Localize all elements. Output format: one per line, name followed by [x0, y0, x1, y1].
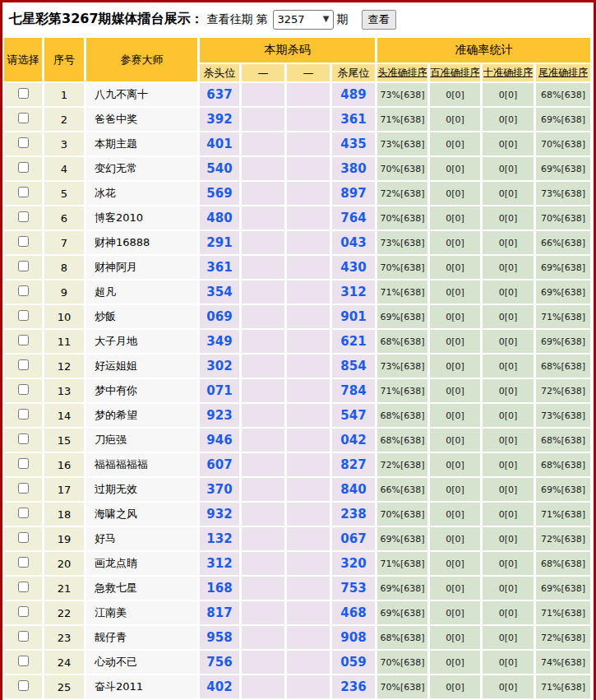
table-row: 24 心动不已 756 059 70%[638] 0[0] 0[0] 74%[6…: [4, 651, 590, 674]
row-checkbox[interactable]: [18, 236, 29, 247]
row-select-cell: [4, 601, 42, 624]
kill-cell: 480: [200, 206, 239, 229]
period-prefix-label: 第: [256, 12, 268, 27]
header-kill-group: 本期杀码: [200, 38, 375, 63]
row-checkbox[interactable]: [18, 582, 29, 592]
accuracy-cell: 0[0]: [483, 330, 534, 353]
table-row: 6 博客2010 480 764 70%[638] 0[0] 0[0] 70%[…: [4, 206, 590, 229]
accuracy-cell: 0[0]: [430, 429, 480, 452]
sort-link-ten-accuracy[interactable]: 十准确排序: [483, 67, 533, 78]
kill-cell: [242, 577, 284, 600]
sort-link-hundred-accuracy[interactable]: 百准确排序: [431, 67, 480, 78]
accuracy-cell: 0[0]: [483, 355, 534, 378]
table-row: 15 刀疤强 946 042 68%[638] 0[0] 0[0] 68%[63…: [4, 429, 590, 452]
row-checkbox[interactable]: [18, 187, 29, 197]
row-master-name: 财神阿月: [86, 256, 197, 279]
kill-cell: [287, 453, 330, 476]
table-row: 2 爸爸中奖 392 361 71%[638] 0[0] 0[0] 69%[63…: [4, 108, 590, 131]
kill-cell: 901: [332, 305, 375, 328]
row-checkbox[interactable]: [18, 458, 29, 469]
kill-cell: 312: [200, 552, 239, 575]
row-seq: 15: [44, 429, 84, 452]
kill-cell: 489: [332, 83, 375, 106]
accuracy-cell: 0[0]: [430, 601, 480, 624]
row-checkbox[interactable]: [18, 359, 29, 370]
page-container: 七星彩第3267期媒体擂台展示： 查看往期 第 3257 ▼ 期 查看 请选择 …: [0, 0, 596, 700]
kill-cell: [242, 108, 284, 131]
row-checkbox[interactable]: [18, 631, 29, 642]
row-master-name: 本期主题: [86, 132, 197, 155]
kill-cell: 312: [332, 280, 375, 304]
kill-cell: [242, 330, 284, 353]
row-checkbox[interactable]: [18, 261, 29, 271]
row-master-name: 画龙点睛: [86, 552, 197, 575]
kill-cell: [287, 231, 330, 254]
kill-cell: 958: [200, 626, 239, 649]
kill-cell: 370: [200, 478, 239, 501]
table-row: 13 梦中有你 071 784 71%[638] 0[0] 0[0] 72%[6…: [4, 379, 590, 402]
row-checkbox[interactable]: [18, 285, 29, 296]
accuracy-cell: 70%[638]: [377, 157, 427, 180]
period-select[interactable]: 3257: [273, 10, 334, 30]
kill-cell: 817: [200, 601, 239, 624]
accuracy-cell: 71%[638]: [536, 305, 590, 328]
row-checkbox[interactable]: [18, 656, 29, 666]
row-seq: 21: [44, 577, 84, 600]
kill-cell: 067: [332, 527, 375, 550]
row-checkbox[interactable]: [18, 113, 29, 123]
row-select-cell: [4, 527, 42, 550]
row-checkbox[interactable]: [18, 88, 29, 99]
row-checkbox[interactable]: [18, 680, 29, 691]
row-master-name: 冰花: [86, 182, 197, 205]
row-checkbox[interactable]: [18, 483, 29, 494]
row-checkbox[interactable]: [18, 433, 29, 444]
kill-cell: 637: [200, 83, 239, 106]
row-master-name: 福福福福福: [86, 453, 197, 476]
table-row: 23 靓仔青 958 908 68%[638] 0[0] 0[0] 72%[63…: [4, 626, 590, 649]
accuracy-cell: 72%[638]: [536, 527, 590, 550]
accuracy-cell: 0[0]: [430, 83, 480, 106]
accuracy-cell: 0[0]: [430, 503, 480, 526]
row-seq: 16: [44, 453, 84, 476]
table-row: 7 财神16888 291 043 73%[638] 0[0] 0[0] 66%…: [4, 231, 590, 254]
row-seq: 11: [44, 330, 84, 353]
kill-cell: 132: [200, 527, 239, 550]
row-checkbox[interactable]: [18, 606, 29, 617]
accuracy-cell: 0[0]: [430, 355, 480, 378]
kill-cell: 897: [332, 182, 375, 205]
row-checkbox[interactable]: [18, 310, 29, 321]
accuracy-cell: 72%[638]: [377, 453, 427, 476]
accuracy-cell: 69%[638]: [377, 305, 427, 328]
accuracy-cell: 0[0]: [483, 478, 534, 501]
table-row: 3 本期主题 401 435 73%[638] 0[0] 0[0] 70%[63…: [4, 132, 590, 155]
row-master-name: 财神16888: [86, 231, 197, 254]
kill-cell: 069: [200, 305, 239, 328]
kill-cell: [287, 330, 330, 353]
view-button[interactable]: 查看: [362, 10, 396, 30]
kill-cell: 607: [200, 453, 239, 476]
row-checkbox[interactable]: [18, 557, 29, 568]
accuracy-cell: 69%[638]: [536, 478, 590, 501]
row-checkbox[interactable]: [18, 137, 29, 148]
table-row: 21 急救七星 168 753 69%[638] 0[0] 0[0] 69%[6…: [4, 577, 590, 600]
accuracy-cell: 73%[638]: [377, 132, 427, 155]
row-checkbox[interactable]: [18, 532, 29, 543]
row-checkbox[interactable]: [18, 162, 29, 173]
kill-cell: [242, 379, 284, 402]
row-checkbox[interactable]: [18, 409, 29, 420]
accuracy-cell: 69%[638]: [536, 108, 590, 131]
row-master-name: 刀疤强: [86, 429, 197, 452]
row-checkbox[interactable]: [18, 508, 29, 518]
sort-link-tail-accuracy[interactable]: 尾准确排序: [538, 67, 588, 78]
row-select-cell: [4, 429, 42, 452]
row-master-name: 靓仔青: [86, 626, 197, 649]
row-checkbox[interactable]: [18, 335, 29, 345]
accuracy-cell: 72%[638]: [377, 182, 427, 205]
accuracy-cell: 68%[638]: [536, 453, 590, 476]
row-checkbox[interactable]: [18, 211, 29, 222]
row-checkbox[interactable]: [18, 384, 29, 395]
accuracy-cell: 68%[638]: [377, 404, 427, 427]
kill-cell: [242, 132, 284, 155]
sort-link-head-accuracy[interactable]: 头准确排序: [378, 67, 427, 78]
row-select-cell: [4, 355, 42, 378]
